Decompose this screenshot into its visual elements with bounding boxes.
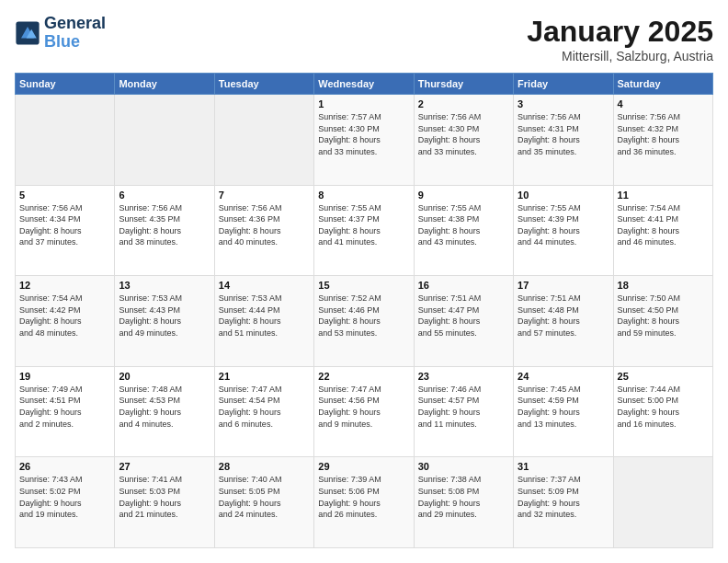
day-number: 9	[418, 190, 509, 201]
calendar-cell: 20Sunrise: 7:48 AM Sunset: 4:53 PM Dayli…	[115, 366, 214, 457]
calendar-cell: 4Sunrise: 7:56 AM Sunset: 4:32 PM Daylig…	[613, 95, 712, 186]
day-info: Sunrise: 7:48 AM Sunset: 4:53 PM Dayligh…	[119, 384, 210, 430]
logo-line2: Blue	[44, 33, 106, 52]
calendar-cell: 8Sunrise: 7:55 AM Sunset: 4:37 PM Daylig…	[314, 185, 414, 276]
calendar-cell	[613, 457, 712, 548]
location-subtitle: Mittersill, Salzburg, Austria	[527, 49, 713, 63]
day-info: Sunrise: 7:45 AM Sunset: 4:59 PM Dayligh…	[518, 384, 609, 430]
calendar-cell: 13Sunrise: 7:53 AM Sunset: 4:43 PM Dayli…	[115, 276, 214, 367]
day-info: Sunrise: 7:47 AM Sunset: 4:56 PM Dayligh…	[318, 384, 409, 430]
day-number: 14	[219, 280, 310, 291]
day-info: Sunrise: 7:44 AM Sunset: 5:00 PM Dayligh…	[618, 384, 709, 430]
day-info: Sunrise: 7:50 AM Sunset: 4:50 PM Dayligh…	[618, 293, 709, 339]
logo: General Blue	[15, 15, 106, 52]
calendar-cell: 1Sunrise: 7:57 AM Sunset: 4:30 PM Daylig…	[314, 95, 414, 186]
day-number: 23	[418, 371, 509, 382]
day-number: 1	[318, 98, 409, 109]
logo-line1: General	[44, 15, 106, 33]
day-number: 24	[518, 371, 609, 382]
page: General Blue January 2025 Mittersill, Sa…	[0, 0, 728, 563]
col-friday: Friday	[514, 74, 613, 95]
calendar-cell	[16, 95, 115, 186]
day-number: 11	[618, 190, 709, 201]
calendar-cell: 25Sunrise: 7:44 AM Sunset: 5:00 PM Dayli…	[613, 366, 712, 457]
calendar-cell: 23Sunrise: 7:46 AM Sunset: 4:57 PM Dayli…	[414, 366, 513, 457]
calendar-week-1: 1Sunrise: 7:57 AM Sunset: 4:30 PM Daylig…	[16, 95, 713, 186]
calendar-header-row: Sunday Monday Tuesday Wednesday Thursday…	[16, 74, 713, 95]
calendar-cell: 21Sunrise: 7:47 AM Sunset: 4:54 PM Dayli…	[214, 366, 313, 457]
day-number: 21	[219, 371, 310, 382]
calendar-cell: 22Sunrise: 7:47 AM Sunset: 4:56 PM Dayli…	[314, 366, 414, 457]
day-info: Sunrise: 7:46 AM Sunset: 4:57 PM Dayligh…	[418, 384, 509, 430]
calendar-cell: 30Sunrise: 7:38 AM Sunset: 5:08 PM Dayli…	[414, 457, 513, 548]
day-number: 25	[618, 371, 709, 382]
day-info: Sunrise: 7:55 AM Sunset: 4:39 PM Dayligh…	[518, 202, 609, 248]
day-number: 22	[318, 371, 409, 382]
calendar-cell: 3Sunrise: 7:56 AM Sunset: 4:31 PM Daylig…	[514, 95, 613, 186]
day-info: Sunrise: 7:43 AM Sunset: 5:02 PM Dayligh…	[19, 474, 110, 520]
day-number: 4	[618, 98, 709, 109]
day-info: Sunrise: 7:53 AM Sunset: 4:43 PM Dayligh…	[119, 293, 210, 339]
calendar-cell: 11Sunrise: 7:54 AM Sunset: 4:41 PM Dayli…	[613, 185, 712, 276]
day-info: Sunrise: 7:54 AM Sunset: 4:42 PM Dayligh…	[19, 293, 110, 339]
calendar-cell: 27Sunrise: 7:41 AM Sunset: 5:03 PM Dayli…	[115, 457, 214, 548]
day-info: Sunrise: 7:55 AM Sunset: 4:37 PM Dayligh…	[318, 202, 409, 248]
day-number: 20	[119, 371, 210, 382]
day-info: Sunrise: 7:41 AM Sunset: 5:03 PM Dayligh…	[119, 474, 210, 520]
calendar-cell: 16Sunrise: 7:51 AM Sunset: 4:47 PM Dayli…	[414, 276, 513, 367]
day-info: Sunrise: 7:51 AM Sunset: 4:48 PM Dayligh…	[518, 293, 609, 339]
calendar-cell: 15Sunrise: 7:52 AM Sunset: 4:46 PM Dayli…	[314, 276, 414, 367]
day-info: Sunrise: 7:39 AM Sunset: 5:06 PM Dayligh…	[318, 474, 409, 520]
calendar-cell: 31Sunrise: 7:37 AM Sunset: 5:09 PM Dayli…	[514, 457, 613, 548]
day-info: Sunrise: 7:56 AM Sunset: 4:36 PM Dayligh…	[219, 202, 310, 248]
calendar-cell: 24Sunrise: 7:45 AM Sunset: 4:59 PM Dayli…	[514, 366, 613, 457]
title-block: January 2025 Mittersill, Salzburg, Austr…	[527, 15, 713, 63]
day-number: 17	[518, 280, 609, 291]
day-info: Sunrise: 7:40 AM Sunset: 5:05 PM Dayligh…	[219, 474, 310, 520]
calendar-cell: 26Sunrise: 7:43 AM Sunset: 5:02 PM Dayli…	[16, 457, 115, 548]
calendar-cell: 17Sunrise: 7:51 AM Sunset: 4:48 PM Dayli…	[514, 276, 613, 367]
calendar-cell: 9Sunrise: 7:55 AM Sunset: 4:38 PM Daylig…	[414, 185, 513, 276]
day-info: Sunrise: 7:56 AM Sunset: 4:31 PM Dayligh…	[518, 111, 609, 157]
day-number: 15	[318, 280, 409, 291]
day-number: 5	[19, 190, 110, 201]
calendar-cell	[214, 95, 313, 186]
calendar-cell: 7Sunrise: 7:56 AM Sunset: 4:36 PM Daylig…	[214, 185, 313, 276]
day-number: 28	[219, 461, 310, 472]
calendar-cell: 12Sunrise: 7:54 AM Sunset: 4:42 PM Dayli…	[16, 276, 115, 367]
day-number: 3	[518, 98, 609, 109]
day-number: 7	[219, 190, 310, 201]
day-info: Sunrise: 7:55 AM Sunset: 4:38 PM Dayligh…	[418, 202, 509, 248]
col-saturday: Saturday	[613, 74, 712, 95]
calendar-cell: 10Sunrise: 7:55 AM Sunset: 4:39 PM Dayli…	[514, 185, 613, 276]
day-number: 30	[418, 461, 509, 472]
day-info: Sunrise: 7:51 AM Sunset: 4:47 PM Dayligh…	[418, 293, 509, 339]
day-info: Sunrise: 7:56 AM Sunset: 4:30 PM Dayligh…	[418, 111, 509, 157]
logo-icon	[15, 20, 40, 46]
day-info: Sunrise: 7:56 AM Sunset: 4:32 PM Dayligh…	[618, 111, 709, 157]
col-sunday: Sunday	[16, 74, 115, 95]
day-number: 13	[119, 280, 210, 291]
day-info: Sunrise: 7:38 AM Sunset: 5:08 PM Dayligh…	[418, 474, 509, 520]
day-number: 12	[19, 280, 110, 291]
day-number: 29	[318, 461, 409, 472]
calendar-cell: 18Sunrise: 7:50 AM Sunset: 4:50 PM Dayli…	[613, 276, 712, 367]
calendar-week-3: 12Sunrise: 7:54 AM Sunset: 4:42 PM Dayli…	[16, 276, 713, 367]
day-number: 18	[618, 280, 709, 291]
day-info: Sunrise: 7:49 AM Sunset: 4:51 PM Dayligh…	[19, 384, 110, 430]
header: General Blue January 2025 Mittersill, Sa…	[15, 15, 713, 63]
day-info: Sunrise: 7:47 AM Sunset: 4:54 PM Dayligh…	[219, 384, 310, 430]
col-monday: Monday	[115, 74, 214, 95]
calendar-cell	[115, 95, 214, 186]
calendar-cell: 28Sunrise: 7:40 AM Sunset: 5:05 PM Dayli…	[214, 457, 313, 548]
day-number: 2	[418, 98, 509, 109]
calendar-cell: 2Sunrise: 7:56 AM Sunset: 4:30 PM Daylig…	[414, 95, 513, 186]
day-number: 19	[19, 371, 110, 382]
day-info: Sunrise: 7:56 AM Sunset: 4:34 PM Dayligh…	[19, 202, 110, 248]
day-number: 16	[418, 280, 509, 291]
calendar-cell: 5Sunrise: 7:56 AM Sunset: 4:34 PM Daylig…	[16, 185, 115, 276]
day-info: Sunrise: 7:57 AM Sunset: 4:30 PM Dayligh…	[318, 111, 409, 157]
logo-text: General Blue	[44, 15, 106, 52]
day-number: 31	[518, 461, 609, 472]
day-number: 10	[518, 190, 609, 201]
